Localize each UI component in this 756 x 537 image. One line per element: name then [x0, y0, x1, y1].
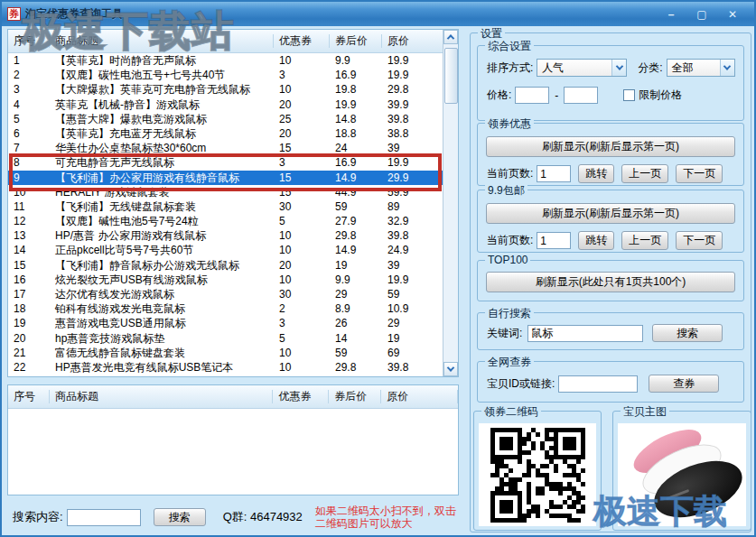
scrollbar-thumb[interactable]: [444, 48, 458, 104]
col-header-coupon[interactable]: 优惠券: [274, 30, 330, 52]
row-index: 5: [8, 112, 50, 126]
query-coupon-button[interactable]: 查券: [649, 375, 719, 393]
row-after-price: 14.9: [330, 243, 382, 257]
ship99-next-button[interactable]: 下一页: [676, 231, 723, 250]
row-index: 6: [8, 126, 50, 141]
row-index: 21: [8, 346, 50, 360]
table-row[interactable]: 15【飞利浦】静音鼠标办公游戏无线鼠标201939: [8, 258, 458, 273]
col-header-title[interactable]: 商品标题: [50, 30, 274, 52]
row-index: 12: [8, 214, 50, 228]
selection-highlight-box: [9, 153, 442, 191]
chevron-down-icon[interactable]: [611, 60, 626, 76]
table-row[interactable]: 4英菲克【机械-静音】游戏鼠标2019.939.9: [8, 97, 458, 112]
result-table-header: 序号 商品标题 优惠券 券后价 原价: [8, 385, 458, 409]
search-input[interactable]: [67, 509, 141, 526]
table-row[interactable]: 6【英菲克】充电蓝牙无线鼠标2018.838.8: [8, 126, 458, 141]
limit-price-checkbox[interactable]: [623, 89, 635, 101]
minimize-button[interactable]: –: [660, 7, 682, 22]
row-index: 11: [8, 199, 50, 214]
row-orig-price: 39.9: [382, 97, 443, 112]
qr-code-label: 领券二维码: [481, 404, 541, 420]
self-search-label: 自行搜索: [485, 306, 534, 321]
col-header-coupon[interactable]: 优惠券: [273, 385, 329, 408]
table-row[interactable]: 16炫光裂纹无声USB有线游戏鼠标109.919.9: [8, 273, 458, 287]
col-header-after[interactable]: 券后价: [329, 385, 381, 408]
coupon-next-button[interactable]: 下一页: [676, 164, 723, 183]
chevron-down-icon[interactable]: [720, 60, 734, 76]
row-title: 【大牌爆款】英菲克可充电静音无线鼠标: [50, 82, 274, 97]
table-row[interactable]: 17达尔优有线发光游戏鼠标302959: [8, 287, 458, 301]
query-coupon-group: 全网查券 宝贝ID或链接: 查券: [477, 361, 744, 403]
ship99-jump-button[interactable]: 跳转: [578, 231, 614, 250]
row-coupon: 25: [274, 112, 330, 126]
item-photo-image[interactable]: [618, 423, 746, 526]
sort-dropdown[interactable]: 人气: [537, 59, 627, 77]
titlebar[interactable]: 券 淘宝优惠券查询工具 – ▢ ✕: [2, 2, 754, 26]
coupon-section-group: 领券优惠 刷新显示(刷新后显示第一页) 当前页数: 跳转 上一页 下一页: [477, 123, 744, 186]
row-after-price: 8.9: [330, 301, 382, 316]
table-row[interactable]: 21富德无线静音鼠标键盘套装105969: [8, 346, 458, 360]
top100-refresh-button[interactable]: 刷新显示(此处只有1页共100个): [486, 272, 735, 292]
coupon-section-label: 领券优惠: [485, 116, 534, 132]
col-header-orig[interactable]: 原价: [381, 385, 458, 408]
price-min-input[interactable]: [515, 87, 549, 104]
table-row[interactable]: 18铂科有线游戏发光电竞鼠标28.910.9: [8, 301, 458, 316]
row-coupon: 30: [274, 287, 330, 301]
table-row[interactable]: 20hp惠普竞技游戏鼠标垫51419: [8, 331, 458, 346]
coupon-prev-button[interactable]: 上一页: [621, 164, 668, 183]
row-coupon: 10: [274, 360, 330, 375]
scrollbar-up-icon[interactable]: [443, 30, 458, 44]
table-row[interactable]: 2【双鹿】碳性电池五号+七号共40节316.919.9: [8, 68, 458, 82]
table-scrollbar[interactable]: [443, 30, 458, 376]
sort-value: 人气: [542, 60, 564, 76]
row-coupon: 2: [274, 301, 330, 316]
coupon-refresh-button[interactable]: 刷新显示(刷新后显示第一页): [486, 136, 735, 157]
table-row[interactable]: 14正品pkcell比苛5号7号共60节1014.924.9: [8, 243, 458, 257]
limit-price-label: 限制价格: [639, 88, 682, 103]
row-coupon: 10: [274, 53, 330, 68]
row-after-price: 29.8: [330, 228, 382, 243]
ship99-page-input[interactable]: [537, 232, 571, 249]
table-row[interactable]: 1【英菲克】时尚静音无声鼠标109.919.9: [8, 53, 458, 68]
coupon-page-input[interactable]: [537, 165, 571, 182]
row-after-price: 27.9: [330, 214, 382, 228]
row-orig-price: 39: [382, 258, 443, 273]
qr-code-image[interactable]: [490, 428, 585, 523]
keyword-input[interactable]: [527, 325, 643, 342]
col-header-index[interactable]: 序号: [8, 30, 50, 52]
table-row[interactable]: 12【双鹿】碱性电池5号7号24粒527.932.9: [8, 214, 458, 228]
search-button[interactable]: 搜索: [154, 508, 206, 526]
table-row[interactable]: 3【大牌爆款】英菲克可充电静音无线鼠标1019.829.8: [8, 82, 458, 97]
row-index: 18: [8, 301, 50, 316]
table-row[interactable]: 19惠普游戏电竞USB通用鼠标32629: [8, 316, 458, 330]
category-dropdown[interactable]: 全部: [667, 59, 735, 77]
col-header-after[interactable]: 券后价: [330, 30, 382, 52]
price-max-input[interactable]: [564, 87, 598, 104]
ship99-prev-button[interactable]: 上一页: [621, 231, 668, 250]
row-after-price: 19.8: [330, 82, 382, 97]
ship99-section-group: 9.9包邮 刷新显示(刷新后显示第一页) 当前页数: 跳转 上一页 下一页: [477, 190, 744, 253]
col-header-title[interactable]: 商品标题: [50, 385, 273, 408]
app-icon: 券: [7, 7, 21, 21]
row-title: 铂科有线游戏发光电竞鼠标: [50, 301, 274, 316]
row-coupon: 10: [274, 243, 330, 257]
close-button[interactable]: ✕: [722, 7, 743, 22]
col-header-index[interactable]: 序号: [8, 385, 50, 408]
row-index: 4: [8, 97, 50, 112]
ship99-refresh-button[interactable]: 刷新显示(刷新后显示第一页): [486, 203, 735, 224]
keyword-search-button[interactable]: 搜索: [652, 324, 723, 342]
table-row[interactable]: 22HP惠普发光电竞有线鼠标USB笔记本1029.839.8: [8, 360, 458, 375]
table-row[interactable]: 13HP/惠普 办公家用游戏有线鼠标1029.839.8: [8, 228, 458, 243]
maximize-button[interactable]: ▢: [691, 7, 713, 22]
table-row[interactable]: 5【惠普大牌】爆款电竞游戏鼠标2514.839.8: [8, 112, 458, 126]
col-header-orig[interactable]: 原价: [382, 30, 443, 52]
row-title: 惠普游戏电竞USB通用鼠标: [50, 316, 274, 330]
item-id-label: 宝贝ID或链接:: [487, 376, 555, 392]
table-row-clipped[interactable]: 惠普 无线游戏鼠标家用办公: [8, 375, 458, 377]
coupon-jump-button[interactable]: 跳转: [578, 164, 614, 183]
table-row[interactable]: 11【飞利浦】无线键盘鼠标套装305989: [8, 199, 458, 214]
item-id-input[interactable]: [558, 375, 638, 393]
page-label: 当前页数:: [487, 233, 533, 248]
search-content-label: 搜索内容:: [13, 509, 63, 525]
scrollbar-down-icon[interactable]: [443, 362, 458, 376]
